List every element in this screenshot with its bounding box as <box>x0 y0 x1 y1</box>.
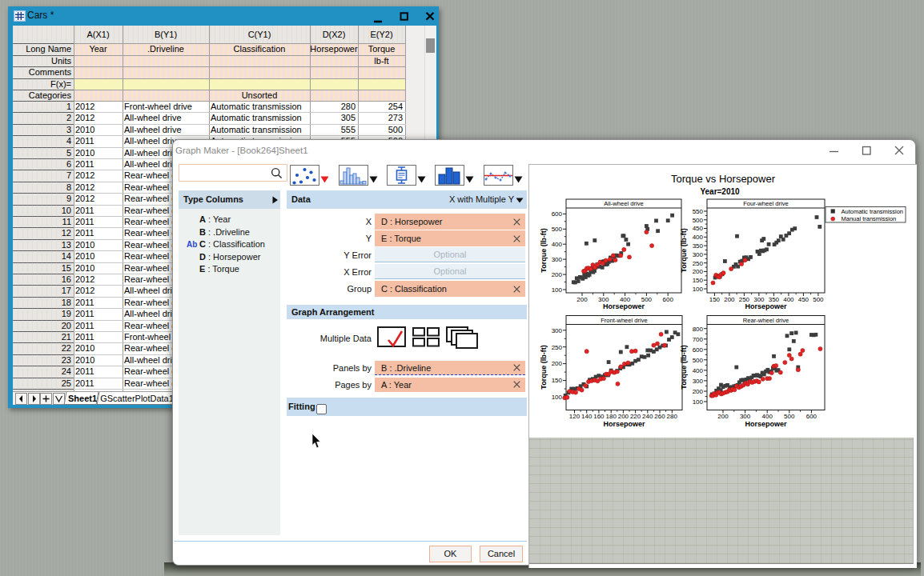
svg-text:600: 600 <box>663 296 674 303</box>
svg-text:140: 140 <box>581 413 593 420</box>
svg-text:100: 100 <box>693 286 704 293</box>
svg-text:300: 300 <box>740 413 751 420</box>
svg-text:350: 350 <box>693 242 704 250</box>
svg-text:800: 800 <box>693 326 704 333</box>
svg-text:Front-wheel drive: Front-wheel drive <box>601 317 648 324</box>
svg-text:400: 400 <box>693 234 704 241</box>
svg-text:180: 180 <box>606 413 617 420</box>
svg-text:200: 200 <box>693 268 704 275</box>
svg-text:250: 250 <box>693 260 704 267</box>
svg-text:450: 450 <box>693 225 704 232</box>
svg-text:100: 100 <box>552 394 563 401</box>
svg-text:600: 600 <box>806 413 818 420</box>
svg-text:Year=2010: Year=2010 <box>700 187 740 196</box>
svg-text:260: 260 <box>654 413 665 420</box>
svg-text:300: 300 <box>552 256 563 263</box>
svg-text:120: 120 <box>569 413 581 420</box>
svg-text:500: 500 <box>552 226 563 233</box>
svg-text:700: 700 <box>693 336 704 343</box>
svg-text:200: 200 <box>724 296 735 303</box>
svg-text:250: 250 <box>552 344 563 351</box>
svg-text:240: 240 <box>642 413 653 420</box>
svg-text:200: 200 <box>552 271 563 278</box>
svg-text:200: 200 <box>693 388 704 395</box>
svg-text:500: 500 <box>813 296 824 303</box>
svg-text:220: 220 <box>630 413 641 420</box>
svg-text:500: 500 <box>784 413 795 420</box>
svg-text:Automatic transmission: Automatic transmission <box>842 208 904 215</box>
svg-text:300: 300 <box>693 251 704 258</box>
svg-text:400: 400 <box>762 413 773 420</box>
svg-text:600: 600 <box>693 346 704 354</box>
svg-text:200: 200 <box>618 413 629 420</box>
svg-text:All-wheel drive: All-wheel drive <box>604 200 643 207</box>
svg-text:400: 400 <box>693 367 704 374</box>
svg-text:Torque (lb-ft): Torque (lb-ft) <box>680 228 688 272</box>
svg-text:160: 160 <box>593 413 605 420</box>
svg-text:Horsepower: Horsepower <box>603 420 645 428</box>
svg-text:Manual transmission: Manual transmission <box>842 215 897 222</box>
svg-text:Horsepower: Horsepower <box>745 420 787 428</box>
svg-text:300: 300 <box>693 378 704 385</box>
svg-text:Horsepower: Horsepower <box>603 302 645 310</box>
svg-text:100: 100 <box>552 286 563 294</box>
svg-text:400: 400 <box>552 241 563 248</box>
svg-text:Torque (lb-ft): Torque (lb-ft) <box>540 228 548 272</box>
svg-text:200: 200 <box>576 296 588 303</box>
svg-text:150: 150 <box>693 277 704 284</box>
svg-text:Torque (lb-ft): Torque (lb-ft) <box>680 345 688 389</box>
svg-text:150: 150 <box>709 296 721 303</box>
svg-text:500: 500 <box>693 217 704 224</box>
svg-text:Horsepower: Horsepower <box>745 302 787 310</box>
svg-text:100: 100 <box>693 398 704 406</box>
svg-text:550: 550 <box>693 208 704 215</box>
svg-text:600: 600 <box>552 210 563 218</box>
svg-text:Four-wheel drive: Four-wheel drive <box>743 200 789 207</box>
svg-text:Torque (lb-ft): Torque (lb-ft) <box>540 345 548 389</box>
svg-text:280: 280 <box>667 413 678 420</box>
svg-text:150: 150 <box>552 377 563 384</box>
svg-text:300: 300 <box>552 327 563 334</box>
svg-text:500: 500 <box>693 357 704 364</box>
svg-text:Torque vs Horsepower: Torque vs Horsepower <box>671 173 776 185</box>
svg-text:Rear-wheel drive: Rear-wheel drive <box>743 317 789 324</box>
svg-text:450: 450 <box>798 296 810 303</box>
svg-text:200: 200 <box>717 413 729 420</box>
svg-text:200: 200 <box>552 360 563 367</box>
